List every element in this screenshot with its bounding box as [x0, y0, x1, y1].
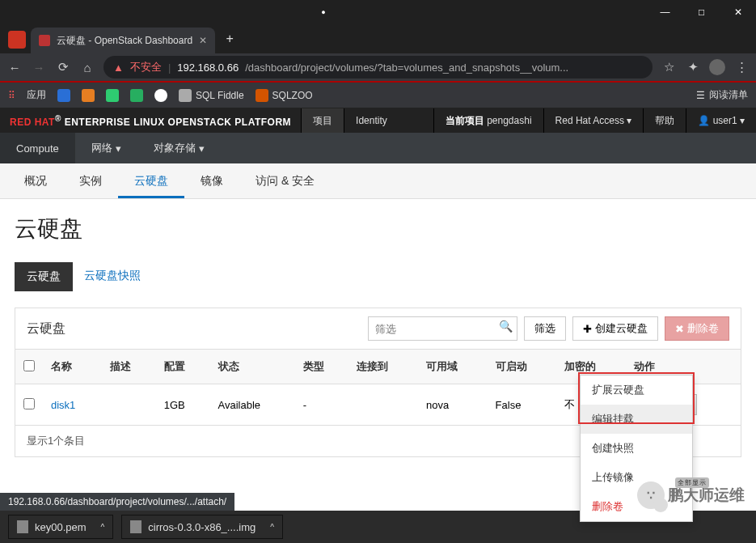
- extensions-icon[interactable]: ✦: [685, 60, 701, 74]
- address-bar: ← → ⟳ ⌂ ▲ 不安全 | 192.168.0.66 /dashboard/…: [0, 53, 756, 83]
- col-zone[interactable]: 可用域: [418, 350, 488, 384]
- window-maximize[interactable]: □: [683, 0, 720, 24]
- download-filename: key00.pem: [35, 521, 87, 533]
- filter-button[interactable]: 筛选: [524, 316, 566, 341]
- col-type[interactable]: 类型: [295, 350, 349, 384]
- address-field[interactable]: ▲ 不安全 | 192.168.0.66 /dashboard/project/…: [103, 56, 653, 78]
- page-title: 云硬盘: [15, 214, 741, 244]
- profile-icon[interactable]: [709, 59, 725, 75]
- insecure-label: 不安全: [130, 60, 162, 74]
- secondary-nav: Compute 网络▾ 对象存储▾: [0, 133, 756, 163]
- bookmark-star-icon[interactable]: ☆: [661, 60, 677, 74]
- addr-sep: |: [168, 62, 171, 74]
- col-conf[interactable]: 配置: [156, 350, 210, 384]
- nav-back-icon[interactable]: ←: [6, 61, 23, 74]
- cell-attached: [348, 384, 418, 426]
- nav-home-icon[interactable]: ⌂: [79, 61, 95, 74]
- window-minimize[interactable]: —: [647, 0, 683, 24]
- chevron-up-icon[interactable]: ^: [270, 523, 274, 532]
- nav2-network[interactable]: 网络▾: [75, 133, 137, 163]
- filter-box: 🔍: [368, 316, 517, 341]
- cell-name[interactable]: disk1: [43, 384, 102, 426]
- new-tab-button[interactable]: +: [218, 28, 241, 50]
- window-close[interactable]: ✕: [720, 0, 756, 24]
- brand-sup: ®: [55, 114, 61, 123]
- caret-icon: ▾: [116, 142, 121, 155]
- browser-tab[interactable]: 云硬盘 - OpenStack Dashboard ✕: [31, 28, 215, 53]
- bm-sqlfiddle-label: SQL Fiddle: [196, 90, 244, 101]
- nav3-access[interactable]: 访问 & 安全: [239, 166, 331, 198]
- user-icon: 👤: [698, 115, 710, 126]
- table-title: 云硬盘: [27, 320, 65, 337]
- brand-red: RED HAT: [10, 117, 55, 128]
- create-volume-button[interactable]: ✚创建云硬盘: [572, 316, 658, 341]
- reading-list[interactable]: ☰ 阅读清单: [696, 88, 748, 102]
- watermark-small: 全部显示: [675, 477, 709, 488]
- addr-path: /dashboard/project/volumes/?tab=volumes_…: [245, 62, 568, 74]
- reading-list-label: 阅读清单: [709, 88, 748, 102]
- delete-volumes-label: 删除卷: [687, 321, 719, 336]
- browser-statusbar: 192.168.0.66/dashboard/project/volumes/.…: [0, 493, 234, 511]
- browser-menu-icon[interactable]: ⋮: [733, 60, 750, 74]
- col-bootable[interactable]: 可启动: [488, 350, 557, 384]
- bm-icon-2[interactable]: [82, 89, 95, 102]
- cell-desc: [102, 384, 156, 426]
- col-desc[interactable]: 描述: [102, 350, 156, 384]
- addr-host: 192.168.0.66: [177, 62, 239, 74]
- nav2-objectstore[interactable]: 对象存储▾: [137, 133, 221, 163]
- file-icon: [17, 520, 28, 533]
- openstack-topbar: RED HAT® ENTERPRISE LINUX OPENSTACK PLAT…: [0, 108, 756, 133]
- bm-icon-5[interactable]: [154, 89, 167, 102]
- download-filename: cirros-0.3.0-x86_....img: [148, 521, 256, 533]
- row-checkbox[interactable]: [23, 398, 35, 409]
- download-item-1[interactable]: key00.pem ^: [8, 515, 113, 539]
- nav-reload-icon[interactable]: ⟳: [55, 60, 71, 74]
- tab-close-icon[interactable]: ✕: [199, 35, 207, 46]
- subtabs: 云硬盘 云硬盘快照: [15, 262, 741, 291]
- caret-icon: ▾: [627, 115, 631, 126]
- user-menu[interactable]: 👤 user1 ▾: [686, 108, 756, 133]
- proj-label: 当前项目: [446, 114, 484, 128]
- col-attached[interactable]: 连接到: [348, 350, 418, 384]
- insecure-icon: ▲: [113, 62, 124, 74]
- download-item-2[interactable]: cirros-0.3.0-x86_....img ^: [121, 515, 283, 539]
- caret-icon: ▾: [740, 115, 745, 126]
- apps-label[interactable]: 应用: [27, 88, 46, 102]
- cell-zone: nova: [418, 384, 488, 426]
- chevron-up-icon[interactable]: ^: [101, 523, 105, 532]
- nav3-overview[interactable]: 概况: [8, 166, 63, 198]
- tab-favicon: [39, 35, 50, 46]
- select-all-checkbox[interactable]: [23, 360, 35, 371]
- nav-forward-icon: →: [31, 61, 47, 74]
- bm-icon-1[interactable]: [57, 89, 70, 102]
- apps-icon[interactable]: ⠿: [8, 90, 15, 101]
- nav3-instances[interactable]: 实例: [63, 166, 118, 198]
- subtab-volumes[interactable]: 云硬盘: [15, 262, 73, 291]
- delete-volumes-button[interactable]: ✖删除卷: [665, 316, 729, 341]
- nav2-compute[interactable]: Compute: [0, 133, 75, 163]
- bm-icon-3[interactable]: [106, 89, 119, 102]
- menu-create-snapshot[interactable]: 创建快照: [581, 434, 692, 463]
- nav3-volumes[interactable]: 云硬盘: [118, 166, 184, 198]
- help-link[interactable]: 帮助: [643, 108, 686, 133]
- subtab-snapshots[interactable]: 云硬盘快照: [73, 262, 152, 291]
- rh-access-label: Red Hat Access: [555, 115, 624, 126]
- filter-input[interactable]: [368, 316, 517, 341]
- nav3-images[interactable]: 镜像: [184, 166, 239, 198]
- create-volume-label: 创建云硬盘: [595, 321, 648, 336]
- rh-access[interactable]: Red Hat Access ▾: [543, 108, 644, 133]
- search-icon[interactable]: 🔍: [499, 320, 513, 333]
- topnav-identity[interactable]: Identity: [344, 108, 399, 133]
- col-status[interactable]: 状态: [210, 350, 295, 384]
- topnav-project[interactable]: 项目: [301, 108, 344, 133]
- watermark-icon: ∵: [637, 481, 665, 509]
- bm-sqlzoo[interactable]: SQLZOO: [256, 89, 313, 102]
- col-name[interactable]: 名称: [43, 350, 102, 384]
- menu-edit-attachment[interactable]: 编辑挂载: [581, 405, 692, 434]
- bm-icon-4[interactable]: [130, 89, 143, 102]
- menu-extend-volume[interactable]: 扩展云硬盘: [581, 375, 692, 405]
- close-icon: ✖: [675, 323, 684, 335]
- bm-sqlfiddle[interactable]: SQL Fiddle: [179, 89, 244, 102]
- tab-strip: 云硬盘 - OpenStack Dashboard ✕ +: [0, 24, 756, 53]
- cell-bootable: False: [488, 384, 557, 426]
